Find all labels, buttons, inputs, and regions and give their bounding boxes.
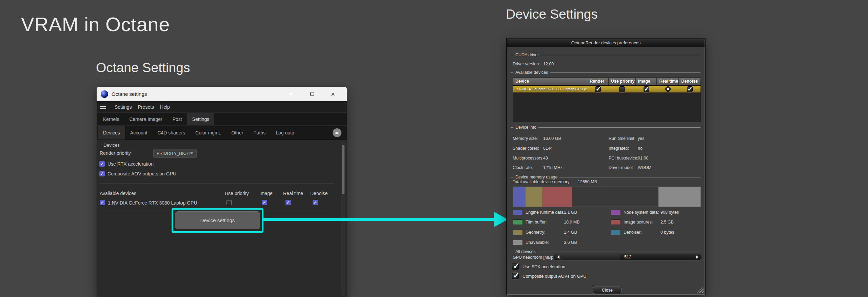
denoise-checkbox[interactable] [687, 86, 693, 92]
slider-increment-icon[interactable] [696, 255, 698, 259]
subtab-devices[interactable]: Devices [98, 126, 125, 140]
menu-settings[interactable]: Settings [112, 104, 135, 110]
use-rtx-acceleration-option[interactable]: Use RTX acceleration [99, 161, 154, 167]
shader-cores-label: Shader cores: [513, 146, 539, 151]
tab-post[interactable]: Post [167, 113, 187, 125]
hamburger-menu-icon[interactable] [100, 105, 106, 109]
menu-help[interactable]: Help [157, 104, 173, 110]
annotation-highlight-box [172, 208, 263, 233]
clock-rate-value: 1215 MHz [543, 165, 563, 170]
legend-film-buffer-value: 10.0 MB [564, 220, 580, 225]
section-all-devices: All devices [511, 249, 701, 254]
legend-node-data-value: 908 bytes [660, 210, 679, 215]
render-checkbox[interactable] [595, 86, 601, 92]
section-available-devices: Available devices [511, 70, 701, 75]
legend-unavailable-label: Unavailable: [526, 240, 549, 245]
gpu-headroom-slider[interactable]: 512 [554, 254, 702, 260]
pci-bus-device-value: 01:00 [638, 156, 648, 161]
col-use-priority: Use priority [225, 191, 249, 196]
image-checkbox[interactable] [644, 86, 649, 92]
integrated-value: no [638, 146, 643, 151]
cinema4d-app-icon [101, 90, 108, 98]
col-render[interactable]: Render [587, 78, 609, 85]
col-image[interactable]: Image [636, 78, 657, 85]
legend-unavailable-value: 3.6 GB [564, 240, 577, 245]
main-tab-bar: Kernels Camera Imager Post Settings [97, 112, 347, 125]
subtab-paths[interactable]: Paths [248, 126, 271, 140]
legend-swatch-film-buffer [513, 219, 523, 225]
device-enabled-checkbox[interactable] [100, 200, 105, 205]
memory-usage-bar [513, 187, 701, 207]
device-name: 1:NVIDIA GeForce RTX 3080 Laptop GPU [108, 200, 197, 206]
chevron-down-icon [190, 152, 193, 154]
composite-output-aovs-option[interactable]: Composite output AOVs on GPU [512, 273, 587, 279]
use-rtx-acceleration-option[interactable]: Use RTX acceleration [512, 263, 565, 270]
render-priority-label: Render priority [100, 150, 131, 156]
slider-decrement-icon[interactable] [557, 255, 559, 259]
use-priority-checkbox[interactable] [619, 86, 625, 92]
minimize-icon [289, 94, 293, 94]
driver-version-label: Driver version: [513, 62, 540, 66]
subtab-log-output[interactable]: Log outp [271, 126, 299, 140]
tab-scroll-arrows-icon[interactable]: ◀▶ [333, 128, 341, 137]
maximize-button[interactable] [301, 87, 322, 101]
legend-engine-label: Engine runtime data: [526, 210, 565, 215]
image-checkbox[interactable] [262, 200, 267, 205]
resize-grip-icon[interactable] [697, 287, 704, 293]
render-priority-dropdown[interactable]: PRIORITY_HIGH [153, 149, 197, 158]
subtab-color-mgmt[interactable]: Color mgmt. [190, 126, 226, 140]
real-time-checkbox[interactable] [285, 200, 291, 205]
legend-node-data-label: Node system data: [624, 210, 659, 215]
legend-image-textures-label: Image textures: [624, 220, 653, 225]
run-time-limit-value: yes [638, 136, 644, 141]
devices-table-header: Device Render Use priority Image Real ti… [513, 78, 701, 85]
checkbox-checked-icon [99, 161, 105, 167]
composite-aov-option[interactable]: Composite AOV outputs on GPU [99, 171, 176, 176]
tab-camera-imager[interactable]: Camera Imager [124, 113, 167, 125]
denoise-checkbox[interactable] [313, 200, 318, 205]
device-row-selected[interactable]: 1: NVIDIA GeForce RTX 3080 Laptop GPU (c… [513, 85, 701, 92]
clock-rate-label: Clock rate: [513, 165, 533, 170]
legend-swatch-node-data [611, 210, 621, 215]
legend-swatch-unavailable [513, 240, 523, 245]
memory-segment-geometry [526, 187, 542, 207]
annotation-arrow-line [263, 218, 495, 221]
legend-engine-value: 1.1 GB [564, 210, 577, 215]
col-image: Image [259, 191, 273, 196]
window-titlebar: Octane settings × [97, 87, 347, 101]
col-device[interactable]: Device [513, 78, 587, 85]
window-title: Octane settings [112, 91, 147, 97]
driver-model-label: Driver model: [609, 165, 634, 170]
minimize-button[interactable] [280, 87, 301, 101]
subtab-account[interactable]: Account [125, 126, 153, 140]
device-name: 1: NVIDIA GeForce RTX 3080 Laptop GPU (c… [513, 87, 587, 91]
subtab-other[interactable]: Other [226, 126, 248, 140]
tab-settings[interactable]: Settings [187, 113, 215, 125]
slider-fill [555, 254, 620, 260]
menu-presets[interactable]: Presets [135, 104, 157, 110]
col-use-priority[interactable]: Use priority [609, 78, 636, 85]
close-button[interactable]: × [322, 87, 343, 101]
multiprocessors-label: Multiprocessors: [513, 156, 544, 161]
memory-size-label: Memory size: [513, 136, 538, 141]
col-denoise[interactable]: Denoise [679, 78, 701, 85]
shader-cores-value: 6144 [543, 146, 553, 151]
checkbox-checked-icon [99, 171, 105, 176]
octane-settings-window: Octane settings × Settings Presets Help … [97, 87, 347, 297]
run-time-limit-label: Run time limit: [609, 136, 635, 141]
memory-segment-free [572, 187, 658, 207]
use-priority-checkbox[interactable] [226, 200, 232, 205]
col-real-time[interactable]: Real time [657, 78, 679, 85]
section-cuda-driver: CUDA driver [511, 52, 701, 57]
real-time-radio[interactable] [665, 86, 671, 92]
checkbox-checked-icon [512, 273, 519, 279]
tab-kernels[interactable]: Kernels [98, 113, 124, 125]
section-device-info: Device info [511, 125, 701, 130]
close-button[interactable]: Close [593, 287, 622, 294]
total-memory-value: 12650 MB [578, 179, 597, 184]
legend-image-textures-value: 2.5 GB [660, 220, 674, 225]
memory-segment-unavailable [658, 187, 701, 207]
subtab-c4d-shaders[interactable]: C4D shaders [152, 126, 190, 140]
scrollbar-thumb[interactable] [342, 145, 344, 194]
checkbox-checked-icon [512, 263, 519, 270]
